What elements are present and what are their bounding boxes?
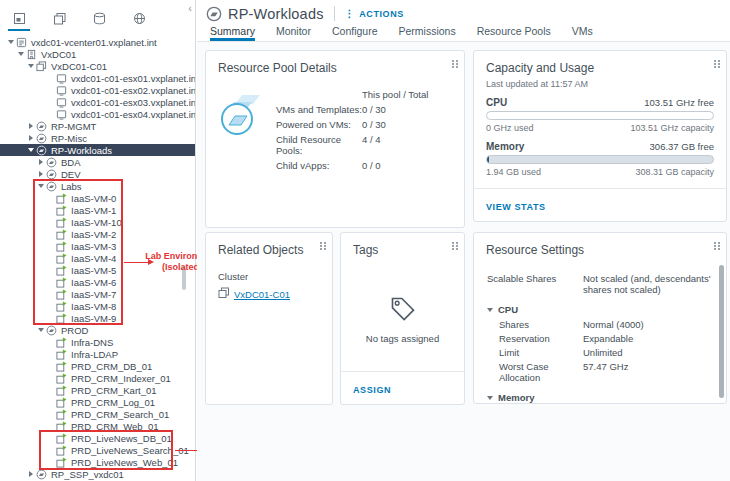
tree-item-prd-livenews-db-01[interactable]: PRD_LiveNews_DB_01: [0, 432, 195, 444]
tree-item-infra-ldap[interactable]: Infra-LDAP: [0, 348, 195, 360]
tree-item-rp-mgmt[interactable]: RP-MGMT: [0, 120, 195, 132]
related-group-label: Cluster: [218, 271, 320, 282]
tree-expand-icon[interactable]: [26, 148, 36, 152]
tree-expand-icon[interactable]: [26, 64, 36, 68]
tree-item-prd-livenews-web-01[interactable]: PRD_LiveNews_Web_01: [0, 456, 195, 468]
tree-item-iaas-vm-6[interactable]: IaaS-VM-6: [0, 276, 195, 288]
rp-icon: [36, 120, 48, 132]
tree-expand-icon[interactable]: [26, 123, 36, 129]
view-stats-button[interactable]: VIEW STATS: [486, 202, 546, 212]
tree-item-label: VxDC01-C01: [51, 61, 107, 72]
tree-item-vxdc01-c01-esx02-vxplanet-int[interactable]: vxdc01-c01-esx02.vxplanet.int: [0, 84, 195, 96]
assign-tag-button[interactable]: ASSIGN: [353, 385, 391, 395]
tab-resource-pools[interactable]: Resource Pools: [477, 25, 551, 41]
tree-item-iaas-vm-0[interactable]: IaaS-VM-0: [0, 192, 195, 204]
main-panel: RP-Workloads ⋮ ACTIONS SummaryMonitorCon…: [197, 0, 730, 481]
memory-section-header[interactable]: Memory: [487, 392, 712, 403]
cluster-link[interactable]: VxDC01-C01: [234, 289, 290, 300]
tree-item-label: PROD: [61, 325, 88, 336]
tree-item-prd-crm-indexer-01[interactable]: PRD_CRM_Indexer_01: [0, 372, 195, 384]
tree-item-labs[interactable]: Labs: [0, 180, 195, 192]
tree-item-vxdc01-c01-esx04-vxplanet-int[interactable]: vxdc01-c01-esx04.vxplanet.int: [0, 108, 195, 120]
settings-scrollbar[interactable]: [719, 265, 724, 398]
tree-item-vxdc01-vcenter01-vxplanet-int[interactable]: vxdc01-vcenter01.vxplanet.int: [0, 36, 195, 48]
details-row: Child Resource Pools:4 / 4: [276, 134, 452, 156]
tree-item-vxdc01-c01-esx03-vxplanet-int[interactable]: vxdc01-c01-esx03.vxplanet.int: [0, 96, 195, 108]
tab-summary[interactable]: Summary: [210, 25, 255, 41]
drag-handle-icon[interactable]: [713, 241, 717, 251]
host-icon: [56, 96, 68, 108]
tree-item-prd-crm-log-01[interactable]: PRD_CRM_Log_01: [0, 396, 195, 408]
networking-icon[interactable]: [128, 6, 150, 30]
tree-item-label: RP-MGMT: [51, 121, 96, 132]
cpu-usage-bar: [486, 111, 714, 120]
tree-item-prd-crm-search-01[interactable]: PRD_CRM_Search_01: [0, 408, 195, 420]
tree-item-label: IaaS-VM-4: [71, 253, 116, 264]
cpu-section-header[interactable]: CPU: [487, 304, 712, 315]
vm-icon: [56, 192, 68, 204]
hosts-and-clusters-icon[interactable]: [8, 6, 30, 30]
tree-item-label: IaaS-VM-0: [71, 193, 116, 204]
tree-expand-icon[interactable]: [26, 471, 36, 477]
tree-item-vxdc01-c01-esx01-vxplanet-int[interactable]: vxdc01-c01-esx01.vxplanet.int: [0, 72, 195, 84]
tab-vms[interactable]: VMs: [572, 25, 593, 41]
tree-item-rp-ssp-vxdc01[interactable]: RP_SSP_vxdc01: [0, 468, 195, 480]
tree-item-label: IaaS-VM-7: [71, 289, 116, 300]
tree-expand-icon[interactable]: [36, 328, 46, 332]
actions-button[interactable]: ⋮ ACTIONS: [345, 9, 404, 19]
tab-configure[interactable]: Configure: [332, 25, 378, 41]
tree-item-iaas-vm-1[interactable]: IaaS-VM-1: [0, 204, 195, 216]
tree-item-label: Infra-LDAP: [71, 349, 118, 360]
tree-expand-icon[interactable]: [16, 52, 26, 56]
tree-item-dev[interactable]: DEV: [0, 168, 195, 180]
storage-icon[interactable]: [88, 6, 110, 30]
tree-item-prd-crm-kart-01[interactable]: PRD_CRM_Kart_01: [0, 384, 195, 396]
cpu-free-text: 103.51 GHz free: [644, 97, 714, 108]
cpu-label: CPU: [486, 97, 507, 108]
settings-row: LimitUnlimited: [487, 347, 712, 358]
tree-item-prd-crm-db-01[interactable]: PRD_CRM_DB_01: [0, 360, 195, 372]
tree-expand-icon[interactable]: [36, 159, 46, 165]
tree-item-iaas-vm-7[interactable]: IaaS-VM-7: [0, 288, 195, 300]
tree-item-label: PRD_CRM_Log_01: [71, 397, 155, 408]
tree-item-infra-dns[interactable]: Infra-DNS: [0, 336, 195, 348]
tree-item-label: PRD_CRM_DB_01: [71, 361, 152, 372]
scalable-shares-label: Scalable Shares: [487, 273, 583, 295]
sidebar-collapse-icon[interactable]: ‹: [188, 2, 192, 14]
tree-item-prd-crm-web-01[interactable]: PRD_CRM_Web_01: [0, 420, 195, 432]
tab-monitor[interactable]: Monitor: [276, 25, 311, 41]
drag-handle-icon[interactable]: [319, 241, 323, 251]
card-title: Capacity and Usage: [474, 51, 726, 75]
memory-usage-bar: [486, 155, 714, 164]
settings-row: ReservationExpandable: [487, 333, 712, 344]
vm-icon: [56, 252, 68, 264]
tree-item-iaas-vm-2[interactable]: IaaS-VM-2: [0, 228, 195, 240]
drag-handle-icon[interactable]: [451, 59, 455, 69]
tree-item-label: PRD_CRM_Indexer_01: [71, 373, 171, 384]
tree-item-label: IaaS-VM-9: [71, 313, 116, 324]
tree-item-prd-livenews-search-01[interactable]: PRD_LiveNews_Search_01: [0, 444, 195, 456]
tree-expand-icon[interactable]: [26, 135, 36, 141]
tree-expand-icon[interactable]: [36, 184, 46, 188]
tree-expand-icon[interactable]: [6, 40, 16, 44]
tree-item-vxdc01[interactable]: VxDC01: [0, 48, 195, 60]
tab-permissions[interactable]: Permissions: [398, 25, 455, 41]
vm-icon: [56, 444, 68, 456]
tree-item-rp-workloads[interactable]: RP-Workloads: [0, 144, 195, 156]
drag-handle-icon[interactable]: [451, 241, 455, 251]
vms-and-templates-icon[interactable]: [48, 6, 70, 30]
vm-icon: [56, 372, 68, 384]
tree-item-prod[interactable]: PROD: [0, 324, 195, 336]
tree-item-iaas-vm-10[interactable]: IaaS-VM-10: [0, 216, 195, 228]
tree-item-iaas-vm-8[interactable]: IaaS-VM-8: [0, 300, 195, 312]
tree-item-iaas-vm-9[interactable]: IaaS-VM-9: [0, 312, 195, 324]
tree-expand-icon[interactable]: [36, 171, 46, 177]
tree-item-rp-misc[interactable]: RP-Misc: [0, 132, 195, 144]
tree-item-vxdc01-c01[interactable]: VxDC01-C01: [0, 60, 195, 72]
tree-item-bda[interactable]: BDA: [0, 156, 195, 168]
tree-item-label: RP-Misc: [51, 133, 87, 144]
host-icon: [56, 108, 68, 120]
vm-icon: [56, 312, 68, 324]
vm-icon: [56, 204, 68, 216]
drag-handle-icon[interactable]: [713, 59, 717, 69]
